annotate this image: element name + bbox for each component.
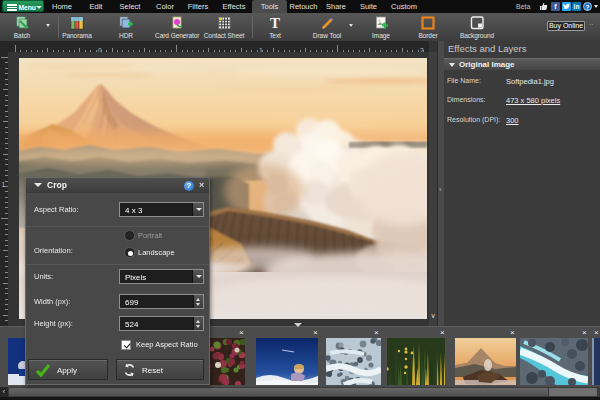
svg-text:1: 1 bbox=[2, 181, 6, 188]
